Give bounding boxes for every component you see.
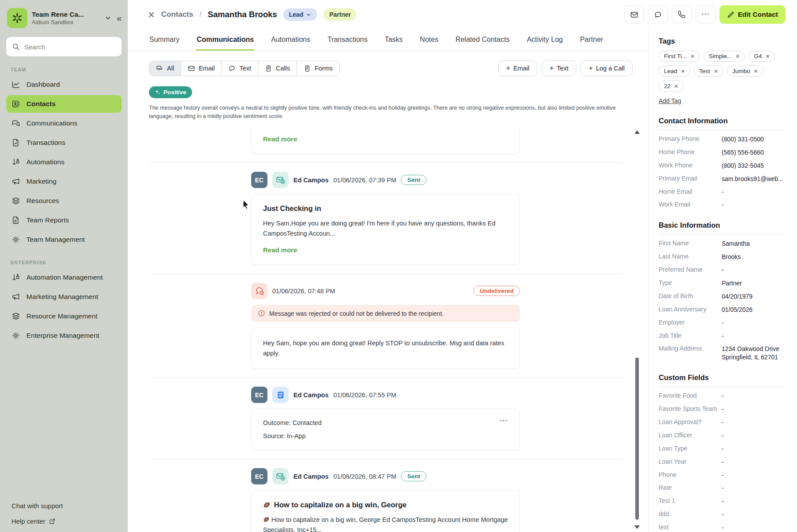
sidebar-item-resources[interactable]: Resources — [6, 192, 122, 210]
layers-icon — [11, 196, 20, 205]
filter-text[interactable]: Text — [222, 61, 258, 76]
info-row: Rate- — [659, 484, 786, 492]
tag-chip: Test✕ — [694, 66, 723, 77]
tab-summary[interactable]: Summary — [149, 29, 180, 51]
chevron-down-icon[interactable] — [104, 15, 111, 22]
scroll-down-icon[interactable] — [634, 525, 640, 529]
sidebar-item-enterprise-management[interactable]: Enterprise Management — [6, 327, 122, 344]
feed-scrollbar[interactable] — [634, 130, 640, 529]
chat-with-support-link[interactable]: Chat with support — [11, 502, 116, 510]
sidebar-item-team-reports[interactable]: Team Reports — [6, 211, 122, 229]
sidebar-item-transactions[interactable]: Transactions — [6, 134, 122, 151]
remove-tag-icon[interactable]: ✕ — [714, 68, 718, 74]
read-more-link[interactable]: Read more — [263, 246, 297, 254]
breadcrumb-contacts[interactable]: Contacts — [161, 10, 193, 19]
tab-activity-log[interactable]: Activity Log — [526, 29, 563, 51]
info-row: TypePartner — [659, 279, 786, 288]
sidebar-item-label: Automation Management — [26, 273, 103, 281]
megaphone-icon — [11, 177, 20, 186]
search-input[interactable] — [24, 43, 116, 51]
external-link-icon — [49, 518, 56, 525]
info-row: Primary Phone(800) 331-0500 — [659, 135, 786, 144]
avatar: EC — [251, 387, 267, 403]
sidebar: Team Rene Ca... Aidium Sandbox « TEAM Da… — [0, 0, 128, 532]
filter-email[interactable]: Email — [181, 61, 222, 76]
message-card: How to capitalize on a big win, George H… — [251, 490, 520, 532]
help-center-link[interactable]: Help center — [11, 517, 116, 525]
close-icon[interactable] — [148, 11, 155, 18]
collapse-sidebar-icon[interactable]: « — [117, 13, 121, 23]
email-sent-icon — [272, 468, 289, 484]
remove-tag-icon[interactable]: ✕ — [690, 53, 695, 59]
dashboard-icon — [11, 80, 20, 89]
scrollbar-thumb[interactable] — [635, 358, 639, 520]
tab-transactions[interactable]: Transactions — [327, 29, 368, 51]
avatar: EC — [251, 468, 267, 484]
sidebar-item-contacts[interactable]: Contacts — [6, 95, 122, 113]
new-email-button[interactable]: +Email — [498, 60, 538, 76]
feed-divider — [149, 273, 622, 274]
delivery-error-banner: Message was rejected or could not be del… — [251, 305, 520, 322]
message-author: Ed Campos — [293, 392, 329, 399]
tab-tasks[interactable]: Tasks — [384, 29, 403, 51]
environment-name: Aidium Sandbox — [32, 19, 100, 26]
tab-partner[interactable]: Partner — [579, 29, 603, 51]
call-action-button[interactable] — [672, 6, 692, 23]
report-icon — [11, 216, 20, 225]
text-action-button[interactable] — [648, 6, 668, 23]
sidebar-item-label: Team Reports — [26, 216, 69, 224]
filter-calls[interactable]: Calls — [258, 61, 297, 76]
lead-stage-badge[interactable]: Lead — [283, 8, 318, 21]
remove-tag-icon[interactable]: ✕ — [674, 83, 678, 89]
more-actions-button[interactable]: ⋯ — [696, 6, 715, 23]
automation-icon — [11, 273, 20, 282]
sidebar-item-dashboard[interactable]: Dashboard — [6, 76, 122, 93]
sidebar-item-automation-management[interactable]: Automation Management — [6, 269, 122, 286]
plus-icon: + — [506, 65, 510, 72]
scroll-up-icon[interactable] — [634, 130, 640, 134]
info-row: Employer- — [659, 319, 786, 327]
tags-section-title: Tags — [659, 37, 786, 45]
message-author: Ed Campos — [293, 177, 329, 184]
workspace-switcher[interactable]: Team Rene Ca... Aidium Sandbox « — [6, 6, 122, 30]
sidebar-item-marketing[interactable]: Marketing — [6, 173, 122, 190]
remove-tag-icon[interactable]: ✕ — [753, 68, 758, 74]
tab-communications[interactable]: Communications — [196, 29, 254, 51]
remove-tag-icon[interactable]: ✕ — [681, 68, 685, 74]
sidebar-item-team-management[interactable]: Team Management — [6, 231, 122, 248]
contact-name: Samantha Brooks — [208, 10, 277, 19]
remove-tag-icon[interactable]: ✕ — [765, 53, 770, 59]
log-a-call-button[interactable]: +Log a Call — [581, 60, 633, 76]
sidebar-item-marketing-management[interactable]: Marketing Management — [6, 288, 122, 306]
gear-icon — [11, 235, 20, 244]
tag-chip: First Ti...✕ — [659, 51, 700, 62]
new-text-button[interactable]: +Text — [541, 60, 576, 76]
info-row: Favorite Sports Team- — [659, 405, 786, 414]
remove-tag-icon[interactable]: ✕ — [735, 53, 740, 59]
basic-information-rows: First NameSamanthaLast NameBrooksPreferr… — [659, 240, 786, 362]
sidebar-item-resource-management[interactable]: Resource Management — [6, 307, 122, 325]
read-more-link[interactable]: Read more — [263, 135, 297, 143]
add-tag-link[interactable]: Add Tag — [659, 97, 681, 104]
info-row: First NameSamantha — [659, 240, 786, 248]
tab-notes[interactable]: Notes — [419, 29, 439, 51]
tag-chip: Jumbo✕ — [727, 66, 764, 77]
info-row: Loan Type- — [659, 445, 786, 453]
sidebar-item-label: Automations — [26, 158, 64, 166]
filter-all[interactable]: All — [149, 61, 181, 76]
search-box[interactable] — [6, 37, 122, 56]
status-badge: Sent — [401, 175, 426, 185]
email-action-button[interactable] — [624, 6, 644, 23]
feed-entry-note: EC Ed Campos 01/06/2026, 07:55 PM Outcom… — [149, 387, 622, 459]
sidebar-item-automations[interactable]: Automations — [6, 153, 122, 171]
sidebar-item-label: Communications — [26, 119, 77, 127]
tag-chip: Lead✕ — [659, 66, 690, 77]
filter-forms[interactable]: Forms — [297, 61, 339, 76]
sidebar-item-communications[interactable]: Communications — [6, 115, 122, 132]
tab-related-contacts[interactable]: Related Contacts — [455, 29, 510, 51]
info-row: Favorite Food- — [659, 392, 786, 400]
card-menu-icon[interactable]: ⋯ — [500, 419, 508, 422]
message-body: Hey Sam, hope you are doing great! Reply… — [263, 338, 508, 358]
tab-automations[interactable]: Automations — [271, 29, 311, 51]
edit-contact-button[interactable]: Edit Contact — [719, 5, 786, 24]
